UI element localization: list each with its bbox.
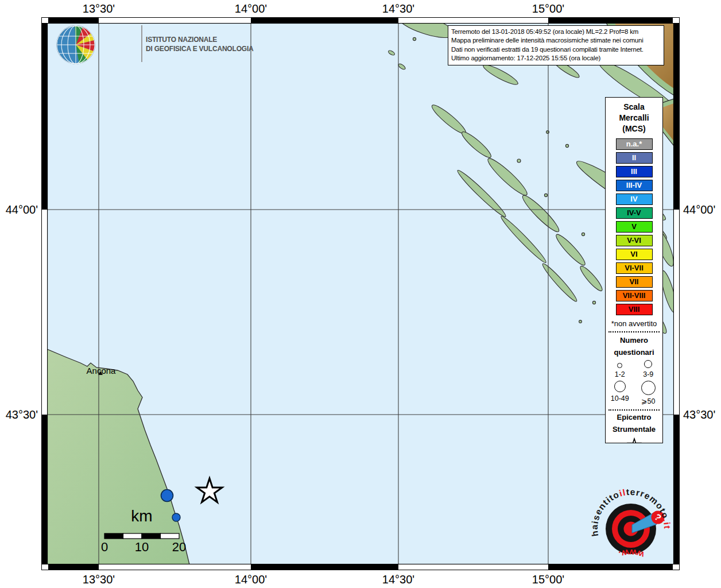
scale-tick-label: 20 bbox=[166, 540, 192, 555]
scale-bar bbox=[104, 533, 179, 539]
size-circle-xlarge-icon bbox=[641, 381, 656, 395]
lat-label-right: 43°30' bbox=[683, 408, 721, 421]
lon-label-bottom: 14°30' bbox=[364, 573, 433, 586]
epicenter-title-line1: Epicentro bbox=[606, 412, 662, 423]
info-line-event: Terremoto del 13-01-2018 05:49:52 (ora l… bbox=[451, 28, 661, 36]
frame-segment bbox=[548, 18, 673, 23]
size-label: 3-9 bbox=[634, 370, 663, 379]
legend-swatch-iii-iv: III-IV bbox=[616, 180, 653, 191]
institute-line2: DI GEOFISICA E VULCANOLOGIA bbox=[146, 44, 254, 53]
lon-label-top: 13°30' bbox=[64, 2, 133, 16]
legend-title-line: (MCS) bbox=[606, 123, 662, 134]
epicenter-title-line2: Strumentale bbox=[606, 424, 662, 435]
legend-swatch-iii: III bbox=[616, 166, 653, 177]
lat-label-right: 44°00' bbox=[683, 203, 721, 216]
legend-footnote: *non avvertito bbox=[606, 319, 662, 328]
info-line-data: Dati non verificati estratti da 19 quest… bbox=[451, 45, 661, 54]
legend-swatch-iv-v: IV-V bbox=[616, 207, 653, 219]
info-line-updated: Ultimo aggiornamento: 17-12-2025 15:55 (… bbox=[451, 54, 661, 63]
legend-swatch-na: n.a.* bbox=[616, 138, 653, 150]
info-line-map: Mappa preliminare delle intensità macros… bbox=[451, 36, 661, 45]
legend-swatch-vi: VI bbox=[616, 249, 653, 260]
legend-swatch-v: V bbox=[616, 221, 653, 233]
scale-tick-label: 10 bbox=[129, 540, 154, 555]
legend-title: Scala Mercalli (MCS) bbox=[606, 98, 662, 134]
legend-swatch-vii: VII bbox=[616, 276, 653, 288]
legend-panel: Scala Mercalli (MCS) n.a.* II III III-IV… bbox=[605, 97, 663, 443]
lon-label-bottom: 13°30' bbox=[64, 573, 133, 586]
frame-segment bbox=[48, 564, 99, 570]
lon-label-top: 14°30' bbox=[364, 2, 433, 16]
earthquake-info-box: Terremoto del 13-01-2018 05:49:52 (ora l… bbox=[448, 25, 664, 65]
lon-label-bottom: 15°00' bbox=[514, 573, 583, 586]
map-canvas: ? haisentitoilterremoto.it www. bbox=[47, 23, 674, 564]
legend-swatch-v-vi: V-VI bbox=[616, 235, 653, 246]
institute-line1: ISTITUTO NAZIONALE bbox=[146, 35, 254, 44]
legend-swatch-iv: IV bbox=[616, 194, 653, 205]
scale-unit-label: km bbox=[125, 507, 159, 525]
legend-swatch-ii: II bbox=[616, 152, 653, 164]
logo-divider bbox=[141, 25, 142, 62]
size-key-item: 3-9 bbox=[634, 358, 663, 379]
size-label: 1-2 bbox=[606, 370, 634, 379]
legend-title-line: Scala bbox=[606, 102, 662, 113]
size-circle-large-icon bbox=[614, 381, 626, 392]
frame-segment bbox=[48, 18, 99, 23]
frame-segment bbox=[674, 23, 679, 210]
size-circle-medium-icon bbox=[644, 360, 652, 368]
frame-segment bbox=[251, 564, 398, 570]
lon-label-bottom: 14°00' bbox=[216, 573, 285, 586]
intensity-point bbox=[172, 513, 180, 521]
legend-swatch-vi-vii: VI-VII bbox=[616, 262, 653, 274]
size-label: 10-49 bbox=[606, 394, 634, 403]
questionnaires-title-line2: questionari bbox=[606, 347, 662, 358]
lon-label-top: 14°00' bbox=[216, 2, 285, 16]
size-key-item: 10-49 bbox=[606, 379, 634, 406]
legend-swatch-viii: VIII bbox=[616, 304, 653, 315]
scale-tick-label: 0 bbox=[92, 540, 117, 555]
legend-divider bbox=[608, 409, 660, 411]
lat-label-left: 44°00' bbox=[0, 203, 38, 216]
frame-segment bbox=[548, 564, 673, 570]
frame-segment bbox=[42, 23, 47, 210]
questionnaire-size-key: 1-2 3-9 10-49 ⩾50 bbox=[606, 358, 662, 406]
size-label: ⩾50 bbox=[634, 397, 663, 406]
frame-segment bbox=[251, 18, 398, 23]
institute-name: ISTITUTO NAZIONALE DI GEOFISICA E VULCAN… bbox=[146, 35, 254, 53]
epicenter-star-icon bbox=[626, 436, 643, 443]
ingv-globe-logo bbox=[55, 24, 96, 65]
intensity-point bbox=[161, 490, 173, 502]
size-key-item: ⩾50 bbox=[634, 379, 663, 406]
size-circle-small-icon bbox=[617, 363, 622, 368]
legend-swatch-vii-viii: VII-VIII bbox=[616, 290, 653, 301]
lon-label-top: 15°00' bbox=[514, 2, 583, 16]
frame-segment bbox=[674, 415, 679, 564]
frame-segment bbox=[42, 415, 47, 564]
legend-divider bbox=[608, 331, 660, 332]
questionnaires-title-line1: Numero bbox=[606, 335, 662, 346]
lat-label-left: 43°30' bbox=[0, 408, 38, 421]
size-key-item: 1-2 bbox=[606, 358, 634, 379]
legend-title-line: Mercalli bbox=[606, 113, 662, 123]
city-label: Ancona bbox=[73, 366, 129, 376]
